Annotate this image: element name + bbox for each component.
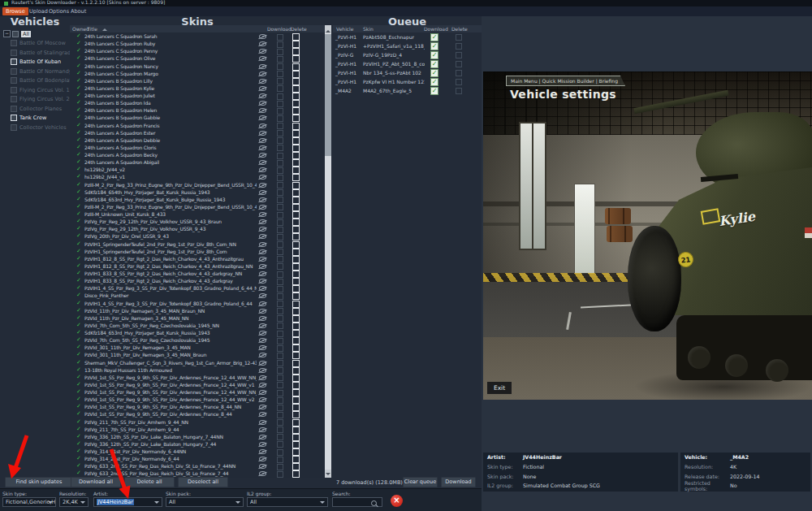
preview-eye-icon[interactable] — [259, 227, 266, 232]
skin-row[interactable]: ✓ 24th Lancers B Squadron Ida — [70, 99, 325, 106]
col-vehicle[interactable]: Vehicle — [336, 26, 353, 32]
skin-row[interactable]: ✓ PzVId_301_11th_Pzr_Div_Remagen_3_45_MA… — [70, 351, 325, 358]
preview-eye-icon[interactable] — [259, 464, 266, 469]
queue-delete-checkbox[interactable] — [456, 61, 462, 67]
skin-row[interactable]: ✓ hs129b2_JV44_v1 — [70, 173, 325, 180]
download-checkbox[interactable] — [277, 471, 283, 478]
skin-type-dropdown[interactable]: Fictional,Generic,Historica — [2, 497, 56, 507]
queue-delete-checkbox[interactable] — [456, 52, 462, 58]
download-all-button[interactable]: Download all — [71, 477, 121, 487]
skin-row[interactable]: ✓ PzIVg_Pzr_Reg_29_12th_Pzr_Div_Volkhov_… — [70, 218, 325, 225]
preview-eye-icon[interactable] — [259, 383, 266, 388]
skin-row[interactable]: ✓ 24th Lancers B Squadron Juliet — [70, 92, 325, 99]
preview-eye-icon[interactable] — [259, 56, 266, 61]
skin-row[interactable]: ✓ PzVIH1_812_8_SS_Pzr_Rgt_2_Das_Reich_Ch… — [70, 262, 325, 270]
skin-row[interactable]: ✓ PzVIH1_833_8_SS_Pzr_Rgt_2_Das_Reich_Ch… — [70, 277, 325, 284]
col-queue-download[interactable]: Download — [424, 26, 448, 32]
preview-eye-icon[interactable] — [259, 71, 266, 76]
vehicle-tree-item[interactable]: − All — [3, 29, 68, 39]
search-field[interactable] — [332, 497, 382, 507]
queue-row[interactable]: _M4A2 M4A2_67th_Eagle_5 — [333, 86, 482, 95]
preview-eye-icon[interactable] — [259, 345, 266, 350]
tree-expander-icon[interactable]: − — [3, 30, 11, 37]
preview-eye-icon[interactable] — [259, 316, 266, 321]
queue-download-checkbox[interactable] — [430, 69, 438, 77]
scroll-down-button[interactable] — [325, 470, 331, 478]
preview-eye-icon[interactable] — [259, 405, 266, 409]
preview-eye-icon[interactable] — [259, 234, 266, 239]
queue-delete-checkbox[interactable] — [456, 70, 462, 76]
preview-eye-icon[interactable] — [259, 108, 266, 113]
vehicle-tree-item[interactable]: − Flying Circus Vol. 2 — [3, 95, 68, 105]
preview-eye-icon[interactable] — [259, 257, 266, 262]
preview-eye-icon[interactable] — [259, 138, 266, 143]
skin-row[interactable]: ✓ hs129b2_JV44_v2 — [70, 166, 325, 173]
scroll-up-button[interactable] — [325, 25, 331, 33]
vehicle-tree-item[interactable]: − Battle of Stalingrad — [3, 48, 68, 58]
preview-eye-icon[interactable] — [259, 41, 266, 46]
preview-eye-icon[interactable] — [259, 331, 266, 336]
preview-eye-icon[interactable] — [259, 471, 266, 476]
skin-row[interactable]: ✓ 24th Lancers A Squadron Becky — [70, 151, 325, 158]
preview-eye-icon[interactable] — [259, 361, 266, 366]
preview-eye-icon[interactable] — [259, 205, 266, 210]
col-queue-delete[interactable]: Delete — [451, 26, 468, 32]
skin-row[interactable]: ✓ 24th Lancers C Squadron Nancy — [70, 63, 325, 70]
skin-row[interactable]: ✓ 24th Lancers C Squadron Olive — [70, 54, 325, 62]
skin-row[interactable]: ✓ Disco_Pink_Panther — [70, 292, 325, 299]
skin-row[interactable]: ✓ PzVId_1st_SS_Pzr_Reg_9_9th_SS_Pzr_Div_… — [70, 410, 325, 418]
preview-eye-icon[interactable] — [259, 145, 266, 150]
preview-eye-icon[interactable] — [259, 309, 266, 314]
preview-eye-icon[interactable] — [259, 219, 266, 224]
vehicle-tree-item[interactable]: − Collector Planes — [3, 104, 68, 114]
skin-row[interactable]: ✓ PzVIH1_812_8_SS_Pzr_Rgt_2_Das_Reich_Ch… — [70, 255, 325, 262]
preview-eye-icon[interactable] — [259, 301, 266, 306]
il2-group-dropdown[interactable]: All — [247, 497, 328, 507]
skin-row[interactable]: ✓ PzIVg_336_12th_SS_Pzr_Div_Lake_Balaton… — [70, 433, 325, 440]
queue-row[interactable]: _PzVI-H1 +PzVIH1_Safari_v1a_118_JJ — [333, 41, 482, 50]
vehicle-tree-item[interactable]: − Battle Of Kuban — [3, 58, 68, 67]
skin-row[interactable]: ✓ PzIVg_336_12th_SS_Pzr_Div_Lake_Balaton… — [70, 440, 325, 448]
preview-eye-icon[interactable] — [259, 279, 266, 284]
skin-row[interactable]: ✓ PzIVg_20th_Pzr_Div_Orel_USSR_9_43 — [70, 232, 325, 240]
skin-row[interactable]: ✓ 24th Lancers A Squadron Ester — [70, 129, 325, 136]
queue-row[interactable]: _PzIV-G PzIV-G_19PzD_4 — [333, 50, 482, 59]
col-delete[interactable]: Delete — [291, 26, 307, 32]
skin-row[interactable]: ✓ PzIVg_211_7th_SS_Pzr_Div_Arnhem_9_44 — [70, 426, 325, 433]
preview-eye-icon[interactable] — [259, 123, 266, 128]
preview-eye-icon[interactable] — [259, 271, 266, 276]
preview-eye-icon[interactable] — [259, 183, 266, 188]
col-skin[interactable]: Skin — [363, 26, 374, 32]
preview-eye-icon[interactable] — [259, 442, 266, 447]
skin-row[interactable]: ✓ PzIVg_211_7th_SS_Pzr_Div_Arnhem_9_44_N… — [70, 418, 325, 426]
skin-row[interactable]: ✓ PzVId_1st_SS_Pzr_Reg_9_9th_SS_Pzr_Div_… — [70, 381, 325, 388]
download-queue-button[interactable]: Download — [441, 477, 476, 487]
preview-eye-icon[interactable] — [259, 64, 266, 69]
vehicle-tree-item[interactable]: − Collector Vehicles — [3, 123, 68, 132]
preview-eye-icon[interactable] — [259, 427, 266, 432]
delete-checkbox[interactable] — [292, 470, 300, 478]
col-download[interactable]: Download — [267, 26, 292, 32]
queue-delete-checkbox[interactable] — [456, 34, 462, 41]
queue-download-checkbox[interactable] — [430, 87, 438, 95]
preview-eye-icon[interactable] — [259, 197, 266, 202]
skin-row[interactable]: ✓ Sherman_MkV_Challenger_C_Sqn_3_Rivers_… — [70, 359, 325, 366]
skin-row[interactable]: ✓ PzVIH1_SpringenderTeufel_2nd_Pzr_Reg_1… — [70, 240, 325, 248]
preview-eye-icon[interactable] — [259, 286, 266, 291]
skin-row[interactable]: ✓ 24th Lancers A Squadron Abigail — [70, 158, 325, 166]
vehicle-tree-item[interactable]: − Battle Of Normandy — [3, 67, 68, 76]
skin-row[interactable]: ✓ 24th Lancers A Squadron Cloris — [70, 144, 325, 151]
skin-row[interactable]: ✓ PzIVg_314_21st_Pzr_Div_Normandy_6_44NN — [70, 448, 325, 455]
queue-download-checkbox[interactable] — [430, 42, 438, 50]
preview-eye-icon[interactable] — [259, 212, 266, 217]
preview-eye-icon[interactable] — [259, 49, 266, 54]
skin-row[interactable]: ✓ PzVId_301_11th_Pzr_Div_Remagen_3_45_MA… — [70, 344, 325, 351]
skin-row[interactable]: ✓ PzVId_11th_Pzr_Div_Remagen_3_45_MAN_Br… — [70, 307, 325, 314]
preview-eye-icon[interactable] — [259, 101, 266, 106]
preview-eye-icon[interactable] — [259, 420, 266, 425]
preview-eye-icon[interactable] — [259, 368, 266, 373]
skin-row[interactable]: ✓ 24th Lancers A Squadron Debbie — [70, 136, 325, 144]
preview-eye-icon[interactable] — [259, 86, 266, 91]
preview-eye-icon[interactable] — [259, 167, 266, 172]
queue-delete-checkbox[interactable] — [456, 43, 462, 50]
